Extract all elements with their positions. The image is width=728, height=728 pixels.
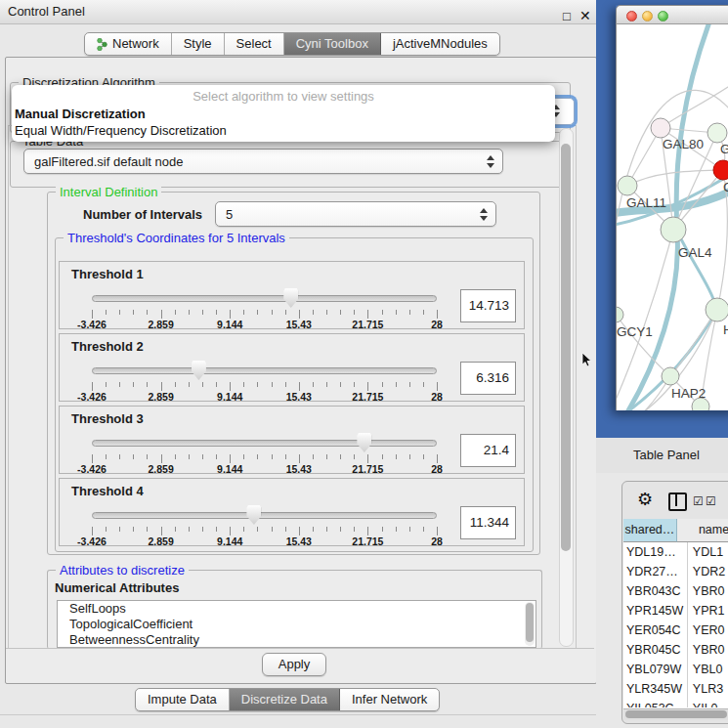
algorithm-option-manual-discretization[interactable]: Manual Discretization <box>15 107 552 122</box>
tab-impute-data[interactable]: Impute Data <box>136 689 230 710</box>
slider-tick <box>106 310 107 315</box>
cell-shared-name[interactable]: YDL19… <box>623 542 688 562</box>
cell-shared-name[interactable]: YBR043C <box>623 581 688 601</box>
tab-style[interactable]: Style <box>172 33 225 55</box>
slider-tick <box>437 310 438 319</box>
cell-name[interactable]: YBL0 <box>688 660 728 679</box>
slider-tick <box>147 382 148 387</box>
network-node[interactable] <box>713 160 728 180</box>
cell-name[interactable]: YBR0 <box>688 581 728 601</box>
slider-tick <box>396 382 397 387</box>
network-node[interactable] <box>651 118 670 138</box>
table-row[interactable]: YIL053CYIL0 <box>623 699 728 707</box>
tab-discretize-data[interactable]: Discretize Data <box>230 689 340 710</box>
cell-shared-name[interactable]: YER054C <box>623 621 688 640</box>
slider-thumb[interactable] <box>357 433 371 452</box>
cell-shared-name[interactable]: YPR145W <box>623 601 688 621</box>
slider-tick <box>326 310 327 315</box>
network-window-titlebar[interactable] <box>616 5 728 24</box>
numerical-attributes-list[interactable]: SelfLoopsTopologicalCoefficientBetweenne… <box>57 600 536 648</box>
tab-infer-network[interactable]: Infer Network <box>340 689 439 710</box>
checkbox-icon[interactable]: ☑ <box>693 494 704 508</box>
slider-tick <box>216 382 217 387</box>
slider-thumb[interactable] <box>246 505 261 525</box>
split-columns-icon[interactable] <box>668 492 687 511</box>
cell-name[interactable]: YIL0 <box>688 699 728 707</box>
table-row[interactable]: YDL19…YDL1 <box>623 542 728 562</box>
table-row[interactable]: YLR345WYLR3 <box>623 679 728 699</box>
threshold-value-field[interactable]: 6.316 <box>460 362 516 395</box>
horizontal-scrollbar-thumb[interactable] <box>625 710 727 718</box>
table-row[interactable]: YER054CYER0 <box>623 621 728 640</box>
threshold-value-field[interactable]: 11.344 <box>460 506 516 539</box>
table-row[interactable]: YPR145WYPR1 <box>623 601 728 621</box>
bottom-tab-bar: Impute DataDiscretize DataInfer Network <box>135 688 440 711</box>
column-header-shared-name[interactable]: shared… <box>623 519 677 542</box>
tab-select[interactable]: Select <box>225 33 284 55</box>
checkbox-icon[interactable]: ☑ <box>706 494 716 508</box>
slider-thumb[interactable] <box>283 288 298 308</box>
table-row[interactable]: YBR043CYBR0 <box>623 581 728 601</box>
slider-thumb[interactable] <box>192 361 206 380</box>
tab-cyni-toolbox[interactable]: Cyni Toolbox <box>284 33 381 55</box>
network-node[interactable] <box>706 298 728 321</box>
slider-track[interactable] <box>92 440 437 447</box>
gear-icon[interactable]: ⚙ <box>637 490 653 509</box>
cell-name[interactable]: YDL1 <box>688 542 728 562</box>
slider-tick-label: 9.144 <box>204 535 255 547</box>
tab-network[interactable]: Network <box>85 33 172 55</box>
cell-name[interactable]: YPR1 <box>688 601 728 621</box>
threshold-value-field[interactable]: 14.713 <box>460 289 516 322</box>
number-of-intervals-combobox[interactable]: 5 <box>215 201 496 227</box>
list-scrollbar-thumb[interactable] <box>526 603 534 642</box>
float-window-icon[interactable]: □ <box>563 5 571 28</box>
cell-name[interactable]: YLR3 <box>688 679 728 699</box>
tab-label: Cyni Toolbox <box>296 33 368 55</box>
panel-title: Control Panel <box>8 0 85 23</box>
slider-tick <box>326 527 327 532</box>
cell-name[interactable]: YDR2 <box>688 562 728 581</box>
vertical-scrollbar-thumb[interactable] <box>561 144 571 551</box>
network-node[interactable] <box>661 217 686 242</box>
column-header-name[interactable]: name <box>677 519 728 542</box>
list-item-selfloops[interactable]: SelfLoops <box>58 601 535 617</box>
slider-tick-label: 21.715 <box>342 463 393 475</box>
network-node[interactable] <box>618 176 637 195</box>
network-graph[interactable]: GAL80GACGAL11GAL4HGCY1HAP2 <box>617 24 728 410</box>
tab-jactivemnodules[interactable]: jActiveMNodules <box>381 33 499 55</box>
network-node[interactable] <box>617 307 623 322</box>
table-row[interactable]: YBR045CYBR0 <box>623 640 728 660</box>
slider-track[interactable] <box>92 295 437 302</box>
table-row[interactable]: YDR27…YDR2 <box>623 562 728 581</box>
cell-shared-name[interactable]: YBR045C <box>623 640 688 660</box>
network-node[interactable] <box>662 367 679 385</box>
slider-tick <box>382 454 383 459</box>
cell-name[interactable]: YER0 <box>688 621 728 640</box>
slider-track[interactable] <box>92 367 437 374</box>
close-traffic-light-icon[interactable] <box>626 11 637 21</box>
table-row[interactable]: YBL079WYBL0 <box>623 660 728 679</box>
apply-button[interactable]: Apply <box>262 653 326 676</box>
slider-tick <box>175 527 176 532</box>
threshold-value-field[interactable]: 21.4 <box>460 434 516 467</box>
close-icon[interactable]: ✕ <box>579 4 591 27</box>
slider-tick <box>119 454 120 459</box>
cell-shared-name[interactable]: YIL053C <box>623 699 688 707</box>
slider-tick <box>326 382 327 387</box>
slider-tick <box>175 382 176 387</box>
slider-track[interactable] <box>92 512 437 519</box>
zoom-traffic-light-icon[interactable] <box>658 11 668 21</box>
mouse-cursor <box>581 353 593 368</box>
minimize-traffic-light-icon[interactable] <box>642 11 653 21</box>
slider-tick-label: -3.426 <box>66 535 117 547</box>
network-canvas[interactable]: GAL80GACGAL11GAL4HGCY1HAP2 <box>616 24 728 410</box>
cell-shared-name[interactable]: YBL079W <box>623 660 688 679</box>
algorithm-option-equal-width-frequency-discretization[interactable]: Equal Width/Frequency Discretization <box>15 123 552 139</box>
cell-shared-name[interactable]: YDR27… <box>623 562 688 581</box>
list-item-betweennesscentrality[interactable]: BetweennessCentrality <box>58 632 535 648</box>
network-node[interactable] <box>707 123 727 143</box>
list-item-topologicalcoefficient[interactable]: TopologicalCoefficient <box>58 617 535 632</box>
slider-tick <box>354 310 355 315</box>
cell-name[interactable]: YBR0 <box>688 640 728 660</box>
cell-shared-name[interactable]: YLR345W <box>623 679 688 699</box>
